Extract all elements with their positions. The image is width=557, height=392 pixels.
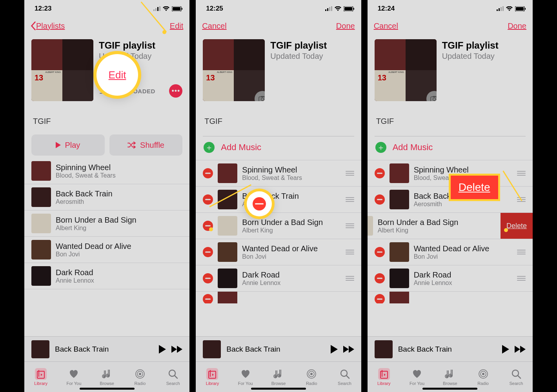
home-indicator[interactable] xyxy=(422,388,477,390)
more-button[interactable]: ••• xyxy=(169,84,182,98)
now-playing-title: Back Back Train xyxy=(55,345,153,354)
track-artwork xyxy=(218,216,237,236)
delete-button[interactable]: Delete xyxy=(501,213,533,239)
delete-minus-button[interactable] xyxy=(203,194,213,205)
track-artwork xyxy=(390,269,409,288)
search-icon xyxy=(167,368,179,380)
drag-handle[interactable] xyxy=(346,223,354,228)
play-icon[interactable] xyxy=(502,345,509,354)
delete-minus-button[interactable] xyxy=(375,294,385,303)
done-button[interactable]: Done xyxy=(508,22,526,31)
tab-label: Library xyxy=(34,381,47,386)
track-row[interactable]: Wanted Dead or AliveBon Jovi xyxy=(196,239,361,265)
delete-minus-button[interactable] xyxy=(375,273,385,283)
playlist-description[interactable]: TGIF xyxy=(368,101,533,129)
forward-icon[interactable] xyxy=(343,346,354,353)
drag-handle[interactable] xyxy=(346,250,354,254)
status-icons xyxy=(497,6,526,11)
tab-search[interactable]: Search xyxy=(157,362,189,392)
svg-point-8 xyxy=(103,375,106,377)
playlist-artwork[interactable] xyxy=(203,39,265,101)
playlist-description[interactable]: TGIF xyxy=(196,101,361,129)
track-row[interactable]: Born Under a Bad SignAlbert King xyxy=(24,211,189,237)
edit-button[interactable]: Edit xyxy=(170,22,183,31)
track-row[interactable]: Back Back TrainAerosmith xyxy=(368,187,533,213)
playlist-artwork[interactable] xyxy=(31,39,93,101)
drag-handle[interactable] xyxy=(517,171,526,176)
forward-icon[interactable] xyxy=(515,346,526,353)
forward-icon[interactable] xyxy=(171,346,182,353)
library-icon xyxy=(35,368,47,380)
play-icon[interactable] xyxy=(159,345,166,354)
done-button[interactable]: Done xyxy=(336,22,355,31)
delete-minus-button[interactable] xyxy=(203,273,213,283)
track-row[interactable] xyxy=(368,292,533,303)
svg-line-32 xyxy=(346,376,349,378)
tab-label: Browse xyxy=(100,381,114,386)
tab-search[interactable]: Search xyxy=(328,362,361,392)
play-icon[interactable] xyxy=(331,345,338,354)
status-bar: 12:25 xyxy=(196,0,361,17)
add-music-button[interactable]: ＋ Add Music xyxy=(196,136,361,160)
drag-handle[interactable] xyxy=(346,197,354,202)
tab-library[interactable]: Library xyxy=(196,362,229,392)
cancel-button[interactable]: Cancel xyxy=(202,22,226,31)
track-row[interactable]: Wanted Dead or AliveBon Jovi xyxy=(368,239,533,265)
tab-library[interactable]: Library xyxy=(24,362,57,392)
tab-label: For You xyxy=(66,381,81,386)
home-indicator[interactable] xyxy=(251,388,306,390)
track-row[interactable]: Born Under a Bad SignAlbert KingDelete xyxy=(368,213,533,239)
delete-minus-button[interactable] xyxy=(203,168,213,178)
track-row[interactable]: Spinning WheelBlood, Sweat & Tears xyxy=(196,160,361,187)
shuffle-button[interactable]: Shuffle xyxy=(109,134,183,156)
delete-minus-button[interactable] xyxy=(375,194,385,205)
home-indicator[interactable] xyxy=(80,388,135,390)
tab-library[interactable]: Library xyxy=(368,362,400,392)
track-row[interactable]: Dark RoadAnnie Lennox xyxy=(196,265,361,292)
screen-edit-mode: 12:25 Cancel Done TGIF playlist Updated … xyxy=(196,0,361,392)
track-row[interactable]: Dark RoadAnnie Lennox xyxy=(24,263,189,289)
delete-minus-button[interactable] xyxy=(203,221,213,231)
playlist-artwork[interactable] xyxy=(375,39,437,101)
drag-handle[interactable] xyxy=(517,276,526,281)
clock: 12:24 xyxy=(378,5,395,13)
track-title: Back Back Train xyxy=(56,189,182,198)
drag-handle[interactable] xyxy=(346,171,354,176)
track-row[interactable]: Dark RoadAnnie Lennox xyxy=(368,265,533,292)
drag-handle[interactable] xyxy=(517,250,526,254)
nav-bar: Playlists Edit xyxy=(24,17,189,34)
track-row[interactable] xyxy=(196,292,361,303)
tab-search[interactable]: Search xyxy=(500,362,533,392)
track-artwork xyxy=(218,163,237,183)
svg-rect-17 xyxy=(329,7,330,11)
delete-minus-button[interactable] xyxy=(203,247,213,257)
add-music-button[interactable]: ＋ Add Music xyxy=(368,136,533,160)
track-row[interactable]: Wanted Dead or AliveBon Jovi xyxy=(24,237,189,263)
track-artist: Albert King xyxy=(56,225,182,232)
track-row[interactable]: Spinning WheelBlood, Sweat & Tears xyxy=(368,160,533,187)
svg-rect-34 xyxy=(499,8,500,11)
play-button[interactable]: Play xyxy=(31,134,105,156)
track-row[interactable]: Back Back TrainAerosmith xyxy=(24,184,189,211)
svg-rect-33 xyxy=(497,9,498,11)
track-artwork xyxy=(31,214,51,233)
now-playing-bar[interactable]: Back Back Train xyxy=(196,336,361,361)
now-playing-bar[interactable]: Back Back Train xyxy=(368,336,533,361)
plus-icon: ＋ xyxy=(375,142,386,153)
delete-minus-button[interactable] xyxy=(375,168,385,178)
cancel-button[interactable]: Cancel xyxy=(374,22,398,31)
track-row[interactable]: Born Under a Bad SignAlbert King xyxy=(196,213,361,239)
delete-minus-button[interactable] xyxy=(375,247,385,257)
drag-handle[interactable] xyxy=(517,197,526,202)
back-button[interactable]: Playlists xyxy=(31,22,65,31)
delete-minus-button[interactable] xyxy=(203,294,213,303)
chevron-left-icon xyxy=(31,22,36,30)
track-artwork xyxy=(390,163,409,183)
track-artist: Albert King xyxy=(242,227,340,234)
track-artist: Bon Jovi xyxy=(242,253,340,260)
now-playing-bar[interactable]: Back Back Train xyxy=(24,336,189,361)
track-row[interactable]: Spinning WheelBlood, Sweat & Tears xyxy=(24,158,189,184)
library-icon xyxy=(206,368,218,380)
track-row[interactable]: Back Back TrainAerosmith xyxy=(196,187,361,213)
drag-handle[interactable] xyxy=(346,276,354,281)
